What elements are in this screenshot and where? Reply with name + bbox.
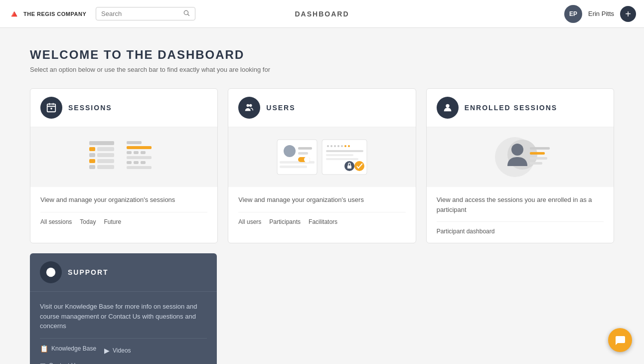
calendar-icon <box>46 102 57 113</box>
videos-row: ▶ Videos <box>104 345 131 357</box>
svg-rect-45 <box>326 154 353 156</box>
svg-rect-18 <box>127 151 132 154</box>
svg-rect-55 <box>530 152 545 155</box>
support-card-links: 📋 Knowledge Base ▶ Videos ✉ Contact Us <box>40 338 207 364</box>
svg-rect-14 <box>89 165 95 169</box>
users-facilitators-link[interactable]: Facilitators <box>309 218 337 225</box>
svg-point-41 <box>341 145 343 147</box>
add-button[interactable]: + <box>620 6 636 22</box>
svg-rect-48 <box>347 166 351 169</box>
users-card: USERS <box>228 88 416 243</box>
svg-rect-7 <box>89 141 114 145</box>
sessions-icon-circle <box>40 97 62 119</box>
logo-text: THE REGIS COMPANY <box>23 11 86 17</box>
svg-point-27 <box>249 104 252 107</box>
support-card-title: SUPPORT <box>68 268 109 276</box>
users-illustration <box>228 127 415 187</box>
svg-rect-19 <box>134 151 139 154</box>
enrolled-card-body: View and access the sessions you are enr… <box>427 187 614 243</box>
sessions-all-link[interactable]: All sessions <box>40 218 72 225</box>
svg-rect-46 <box>326 158 358 160</box>
svg-rect-15 <box>97 165 114 169</box>
svg-rect-8 <box>89 147 95 151</box>
search-icon <box>183 9 190 18</box>
svg-rect-24 <box>141 161 146 164</box>
svg-rect-16 <box>127 141 142 144</box>
enrolled-participant-link[interactable]: Participant dashboard <box>437 228 495 235</box>
header-right: EP Erin Pitts + <box>564 5 636 23</box>
users-card-links: All users Participants Facilitators <box>238 212 405 225</box>
sessions-today-link[interactable]: Today <box>80 218 96 225</box>
sessions-card-body: View and manage your organization's sess… <box>30 187 217 233</box>
support-card-header: SUPPORT <box>30 253 217 292</box>
enrolled-illustration <box>427 127 614 187</box>
sessions-future-link[interactable]: Future <box>104 218 121 225</box>
enrolled-icon-circle <box>437 97 459 119</box>
users-description: View and manage your organization's user… <box>238 195 405 205</box>
support-card: SUPPORT Visit our Knowledge Base for mor… <box>30 253 217 364</box>
header: 🔺 THE REGIS COMPANY DASHBOARD EP Erin Pi… <box>0 0 644 28</box>
videos-link[interactable]: Videos <box>113 347 131 354</box>
users-icon <box>244 102 255 113</box>
svg-point-0 <box>184 10 188 14</box>
users-participants-link[interactable]: Participants <box>269 218 301 225</box>
svg-point-42 <box>344 145 346 147</box>
support-card-body: Visit our Knowledge Base for more info o… <box>30 292 217 364</box>
svg-rect-54 <box>530 147 550 150</box>
svg-point-43 <box>348 145 350 147</box>
svg-point-40 <box>337 145 339 147</box>
svg-line-1 <box>188 14 189 16</box>
chat-button[interactable] <box>608 328 632 352</box>
svg-rect-31 <box>298 152 308 155</box>
support-icon-circle <box>40 261 62 283</box>
users-card-header: USERS <box>228 89 415 127</box>
svg-rect-56 <box>530 157 547 160</box>
sessions-illustration <box>30 127 217 187</box>
users-all-link[interactable]: All users <box>238 218 261 225</box>
svg-point-29 <box>284 145 296 157</box>
svg-point-38 <box>330 145 332 147</box>
enrolled-card-title: ENROLLED SESSIONS <box>465 104 557 112</box>
svg-point-6 <box>50 108 52 110</box>
person-icon <box>442 102 453 113</box>
svg-point-59 <box>49 270 52 274</box>
search-input[interactable] <box>101 10 183 17</box>
logo-area: 🔺 THE REGIS COMPANY <box>8 8 88 20</box>
sessions-card-links: All sessions Today Future <box>40 212 207 225</box>
enrolled-card-links: Participant dashboard <box>437 221 604 235</box>
users-illus-svg <box>272 132 372 182</box>
contact-us-link[interactable]: Contact Us <box>49 362 78 364</box>
support-description: Visit our Knowledge Base for more info o… <box>40 302 207 331</box>
svg-point-37 <box>327 145 329 147</box>
svg-rect-57 <box>530 162 542 165</box>
svg-rect-10 <box>89 153 95 157</box>
sessions-card-header: SESSIONS <box>30 89 217 127</box>
svg-point-50 <box>446 104 449 108</box>
chat-icon <box>614 334 626 346</box>
svg-rect-20 <box>141 151 146 154</box>
svg-rect-22 <box>127 161 132 164</box>
users-icon-circle <box>238 97 260 119</box>
knowledge-base-row: 📋 Knowledge Base <box>40 345 96 353</box>
main-content: WELCOME TO THE DASHBOARD Select an optio… <box>0 28 644 364</box>
svg-rect-28 <box>277 140 317 175</box>
knowledge-base-icon: 📋 <box>40 345 48 353</box>
enrolled-card: ENROLLED SESSIONS View an <box>426 88 614 243</box>
sessions-description: View and manage your organization's sess… <box>40 195 207 205</box>
welcome-title: WELCOME TO THE DASHBOARD <box>30 48 614 62</box>
sessions-card: SESSIONS <box>30 88 218 243</box>
svg-rect-17 <box>127 146 152 149</box>
users-card-body: View and manage your organization's user… <box>228 187 415 233</box>
svg-rect-44 <box>326 150 363 152</box>
svg-point-35 <box>304 157 310 163</box>
logo-icon: 🔺 <box>8 8 20 20</box>
videos-icon: ▶ <box>104 347 110 355</box>
svg-point-49 <box>354 161 364 171</box>
support-row: SUPPORT Visit our Knowledge Base for mor… <box>30 253 614 364</box>
support-links-row1: 📋 Knowledge Base ▶ Videos <box>40 345 207 357</box>
enrolled-card-header: ENROLLED SESSIONS <box>427 89 614 127</box>
user-name: Erin Pitts <box>588 10 614 17</box>
search-container <box>96 7 195 20</box>
svg-rect-12 <box>89 159 95 163</box>
knowledge-base-link[interactable]: Knowledge Base <box>51 345 96 352</box>
